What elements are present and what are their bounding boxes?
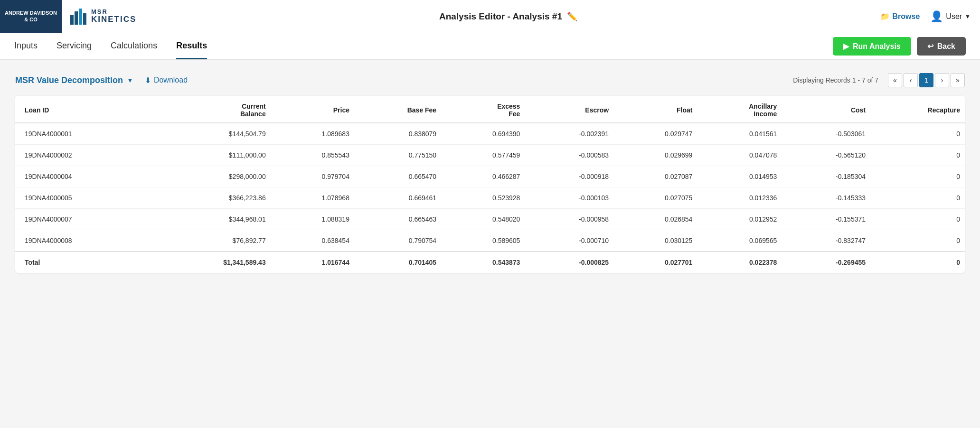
cell-loan_id: 19DNA4000004 [15,166,153,187]
cell-ancillary_income: 0.047078 [697,145,782,166]
run-analysis-button[interactable]: ▶ Run Analysis [833,37,911,56]
download-button[interactable]: ⬇ Download [145,76,188,85]
total-cell-cost: -0.269455 [782,251,870,273]
brand-name: MSR KINETICS [91,9,136,24]
col-header-recapture: Recapture [870,96,965,123]
cell-base_fee: 0.790754 [354,230,441,252]
total-cell-price: 1.016744 [271,251,354,273]
download-label: Download [154,76,188,84]
total-cell-float: 0.027701 [613,251,697,273]
cell-recapture: 0 [870,166,965,187]
cell-recapture: 0 [870,145,965,166]
table-total-row: Total$1,341,589.431.0167440.7014050.5438… [15,251,965,273]
main-content: MSR Value Decomposition ▼ ⬇ Download Dis… [0,60,980,286]
page-prev-button[interactable]: ‹ [904,73,918,87]
cell-base_fee: 0.669461 [354,187,441,209]
total-cell-current_balance: $1,341,589.43 [153,251,270,273]
svg-rect-3 [83,13,86,25]
cell-float: 0.027075 [613,187,697,209]
total-cell-recapture: 0 [870,251,965,273]
toolbar-left: MSR Value Decomposition ▼ ⬇ Download [15,75,188,85]
nav-tabs: Inputs Servicing Calculations Results [14,33,207,59]
table-row: 19DNA4000002$111,000.000.8555430.7751500… [15,145,965,166]
table-row: 19DNA4000004$298,000.000.9797040.6654700… [15,166,965,187]
cell-excess_fee: 0.548020 [441,209,525,230]
header-center: Analysis Editor - Analysis #1 ✏️ [136,11,880,22]
cell-loan_id: 19DNA4000008 [15,230,153,252]
folder-icon: 📁 [880,12,890,21]
cell-cost: -0.155371 [782,209,870,230]
col-header-current-balance: CurrentBalance [153,96,270,123]
cell-excess_fee: 0.466287 [441,166,525,187]
cell-base_fee: 0.665463 [354,209,441,230]
cell-cost: -0.565120 [782,145,870,166]
tab-results[interactable]: Results [176,33,207,59]
back-button[interactable]: ↩ Back [917,37,966,56]
nav-actions: ▶ Run Analysis ↩ Back [833,37,966,56]
cell-cost: -0.185304 [782,166,870,187]
toolbar-row: MSR Value Decomposition ▼ ⬇ Download Dis… [15,73,965,87]
cell-current_balance: $76,892.77 [153,230,270,252]
section-title[interactable]: MSR Value Decomposition ▼ [15,75,133,85]
cell-price: 0.638454 [271,230,354,252]
table-row: 19DNA4000007$344,968.011.0883190.6654630… [15,209,965,230]
user-label: User [946,12,962,21]
cell-base_fee: 0.665470 [354,166,441,187]
data-table: Loan ID CurrentBalance Price Base Fee Ex… [15,96,965,273]
user-button[interactable]: 👤 User ▼ [930,10,971,23]
cell-escrow: -0.002391 [525,123,613,145]
company-name: ANDREW DAVIDSON & CO [5,10,57,23]
table-row: 19DNA4000005$366,223.861.0789680.6694610… [15,187,965,209]
cell-loan_id: 19DNA4000007 [15,209,153,230]
cell-excess_fee: 0.694390 [441,123,525,145]
table-row: 19DNA4000008$76,892.770.6384540.7907540.… [15,230,965,252]
pagination-info: Displaying Records 1 - 7 of 7 [793,76,878,84]
top-header: ANDREW DAVIDSON & CO MSR KINETICS Analys… [0,0,980,33]
page-first-button[interactable]: « [888,73,902,87]
cell-cost: -0.503061 [782,123,870,145]
download-icon: ⬇ [145,76,151,85]
cell-current_balance: $366,223.86 [153,187,270,209]
pagination: « ‹ 1 › » [888,73,965,87]
table-row: 19DNA4000001$144,504.791.0896830.8380790… [15,123,965,145]
tab-inputs[interactable]: Inputs [14,33,38,59]
col-header-escrow: Escrow [525,96,613,123]
page-last-button[interactable]: » [951,73,965,87]
cell-price: 1.089683 [271,123,354,145]
page-1-button[interactable]: 1 [919,73,933,87]
total-cell-escrow: -0.000825 [525,251,613,273]
browse-label: Browse [893,12,920,21]
col-header-cost: Cost [782,96,870,123]
page-next-button[interactable]: › [935,73,949,87]
cell-current_balance: $298,000.00 [153,166,270,187]
cell-escrow: -0.000103 [525,187,613,209]
logo-block: ANDREW DAVIDSON & CO [0,0,62,33]
cell-escrow: -0.000918 [525,166,613,187]
cell-float: 0.030125 [613,230,697,252]
tab-calculations[interactable]: Calculations [111,33,157,59]
back-label: Back [937,42,955,51]
cell-float: 0.029699 [613,145,697,166]
msr-brand: MSR KINETICS [70,9,136,25]
col-header-excess-fee: ExcessFee [441,96,525,123]
cell-ancillary_income: 0.069565 [697,230,782,252]
back-icon: ↩ [927,42,933,51]
cell-ancillary_income: 0.041561 [697,123,782,145]
cell-price: 1.088319 [271,209,354,230]
cell-recapture: 0 [870,209,965,230]
edit-icon[interactable]: ✏️ [567,11,577,22]
user-avatar-icon: 👤 [930,10,943,23]
dropdown-chevron-icon: ▼ [127,76,133,84]
cell-current_balance: $111,000.00 [153,145,270,166]
cell-escrow: -0.000583 [525,145,613,166]
cell-ancillary_income: 0.012952 [697,209,782,230]
cell-excess_fee: 0.523928 [441,187,525,209]
tab-servicing[interactable]: Servicing [57,33,92,59]
browse-link[interactable]: 📁 Browse [880,12,920,21]
total-cell-base_fee: 0.701405 [354,251,441,273]
total-cell-loan_id: Total [15,251,153,273]
cell-loan_id: 19DNA4000005 [15,187,153,209]
cell-current_balance: $344,968.01 [153,209,270,230]
header-right: 📁 Browse 👤 User ▼ [880,10,971,23]
play-icon: ▶ [843,42,849,51]
